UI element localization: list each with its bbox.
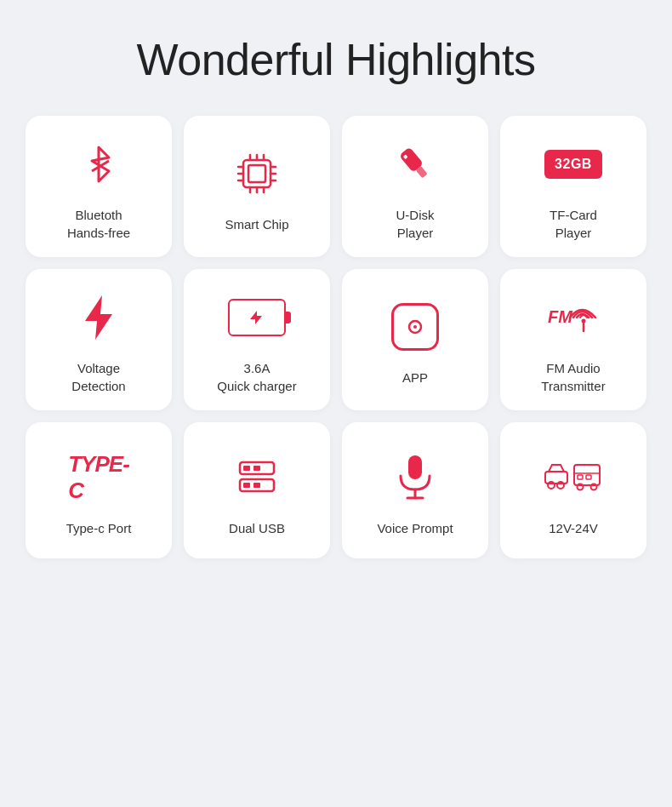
carbus-icon — [544, 448, 603, 507]
typec-text: TYPE-C — [68, 451, 129, 504]
chip-icon — [227, 144, 287, 203]
voice-label: Voice Prompt — [377, 519, 453, 537]
card-fm: FM FM AudioTransmitter — [500, 269, 646, 410]
bluetooth-label: BluetothHands-free — [67, 206, 130, 242]
card-udisk: U-DiskPlayer — [342, 116, 488, 257]
svg-point-18 — [413, 325, 417, 329]
udisk-label: U-DiskPlayer — [396, 206, 435, 242]
mic-icon — [385, 448, 445, 507]
voltage-range-label: 12V-24V — [549, 519, 598, 537]
svg-rect-23 — [243, 466, 250, 471]
svg-rect-36 — [578, 475, 583, 479]
voltage-label: VoltageDetection — [71, 359, 125, 395]
bolt-icon — [69, 288, 128, 347]
fm-label: FM AudioTransmitter — [541, 359, 605, 395]
app-icon — [385, 297, 445, 357]
dualusb-label: Dual USB — [229, 519, 285, 537]
svg-rect-37 — [586, 475, 591, 479]
sdcard-icon: 32GB — [544, 134, 603, 194]
quickcharger-label: 3.6AQuick charger — [217, 359, 296, 395]
typec-label: Type-c Port — [66, 519, 132, 537]
card-tfcard: 32GB TF-CardPlayer — [500, 116, 646, 257]
tfcard-label: TF-CardPlayer — [550, 206, 597, 242]
card-dualusb: Dual USB — [184, 422, 330, 558]
udisk-icon — [385, 134, 445, 194]
card-typec: TYPE-C Type-c Port — [26, 422, 172, 558]
svg-rect-28 — [408, 455, 422, 479]
features-grid: BluetothHands-free — [26, 116, 646, 558]
card-smart-chip: Smart Chip — [184, 116, 330, 257]
svg-rect-1 — [248, 165, 265, 182]
card-voltage: VoltageDetection — [26, 269, 172, 410]
card-quickcharger: 3.6AQuick charger — [184, 269, 330, 410]
card-bluetooth: BluetothHands-free — [26, 116, 172, 257]
charger-icon — [227, 288, 287, 347]
card-12v24v: 12V-24V — [500, 422, 646, 558]
svg-rect-26 — [243, 483, 250, 488]
card-app: APP — [342, 269, 488, 410]
fm-icon: FM — [544, 288, 603, 347]
svg-rect-31 — [545, 472, 567, 484]
svg-rect-24 — [253, 466, 260, 471]
smart-chip-label: Smart Chip — [225, 215, 288, 233]
dualusb-icon — [227, 448, 287, 507]
gb-badge: 32GB — [544, 150, 602, 179]
app-label: APP — [402, 369, 428, 386]
page-title: Wonderful Highlights — [137, 34, 536, 85]
typec-icon: TYPE-C — [69, 448, 128, 507]
svg-rect-27 — [253, 483, 260, 488]
card-voice: Voice Prompt — [342, 422, 488, 558]
bluetooth-icon — [69, 134, 128, 194]
